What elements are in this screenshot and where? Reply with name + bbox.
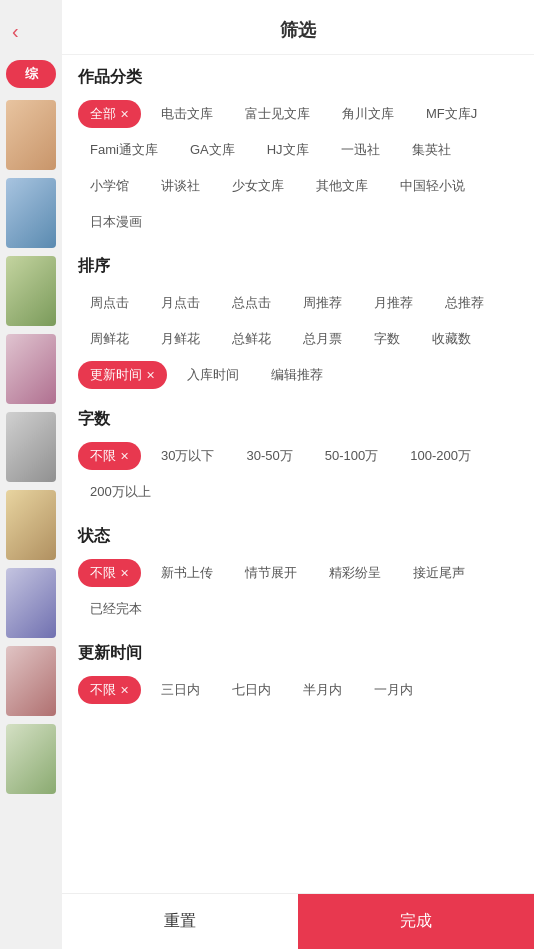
tag-updatetime-2[interactable]: 七日内: [220, 676, 283, 704]
wordcount-section: 字数 不限 ✕ 30万以下 30-50万 50-100万 100-200万 20…: [78, 409, 518, 506]
tag-category-0[interactable]: 全部 ✕: [78, 100, 141, 128]
tag-status-1[interactable]: 新书上传: [149, 559, 225, 587]
tag-wordcount-5[interactable]: 200万以上: [78, 478, 163, 506]
tag-category-13[interactable]: 其他文库: [304, 172, 380, 200]
tag-sort-12[interactable]: 更新时间 ✕: [78, 361, 167, 389]
tag-sort-10[interactable]: 字数: [362, 325, 412, 353]
tag-status-3[interactable]: 精彩纷呈: [317, 559, 393, 587]
category-tags: 全部 ✕ 电击文库 富士见文库 角川文库 MF文库J Fami通文库 GA文库 …: [78, 100, 518, 236]
tag-status-4[interactable]: 接近尾声: [401, 559, 477, 587]
tag-category-6[interactable]: GA文库: [178, 136, 247, 164]
tag-updatetime-3[interactable]: 半月内: [291, 676, 354, 704]
sidebar-book-2[interactable]: [6, 178, 56, 248]
tag-wordcount-3[interactable]: 50-100万: [313, 442, 390, 470]
page-title: 筛选: [280, 20, 316, 40]
tag-updatetime-4[interactable]: 一月内: [362, 676, 425, 704]
tag-updatetime-1[interactable]: 三日内: [149, 676, 212, 704]
tag-status-0[interactable]: 不限 ✕: [78, 559, 141, 587]
tag-sort-8[interactable]: 总鲜花: [220, 325, 283, 353]
tag-sort-4[interactable]: 月推荐: [362, 289, 425, 317]
tag-sort-7[interactable]: 月鲜花: [149, 325, 212, 353]
tag-category-9[interactable]: 集英社: [400, 136, 463, 164]
sidebar-content: 综: [0, 0, 62, 794]
tag-wordcount-2[interactable]: 30-50万: [234, 442, 304, 470]
tag-sort-2[interactable]: 总点击: [220, 289, 283, 317]
filter-header: 筛选: [62, 0, 534, 55]
sidebar-book-3[interactable]: [6, 256, 56, 326]
tag-category-12[interactable]: 少女文库: [220, 172, 296, 200]
tag-category-2[interactable]: 富士见文库: [233, 100, 322, 128]
sidebar: 综: [0, 0, 62, 949]
tag-wordcount-4[interactable]: 100-200万: [398, 442, 483, 470]
tag-wordcount-1[interactable]: 30万以下: [149, 442, 226, 470]
tag-sort-0[interactable]: 周点击: [78, 289, 141, 317]
main-panel: 筛选 作品分类 全部 ✕ 电击文库 富士见文库 角川文库 MF文库J Fami通…: [62, 0, 534, 949]
wordcount-tags: 不限 ✕ 30万以下 30-50万 50-100万 100-200万 200万以…: [78, 442, 518, 506]
filter-content: 作品分类 全部 ✕ 电击文库 富士见文库 角川文库 MF文库J Fami通文库 …: [62, 55, 534, 893]
tag-category-15[interactable]: 日本漫画: [78, 208, 154, 236]
status-section: 状态 不限 ✕ 新书上传 情节展开 精彩纷呈 接近尾声 已经完本: [78, 526, 518, 623]
tag-sort-5[interactable]: 总推荐: [433, 289, 496, 317]
tag-category-7[interactable]: HJ文库: [255, 136, 321, 164]
tag-category-3[interactable]: 角川文库: [330, 100, 406, 128]
tag-category-11[interactable]: 讲谈社: [149, 172, 212, 200]
tag-status-5[interactable]: 已经完本: [78, 595, 154, 623]
tag-wordcount-0[interactable]: 不限 ✕: [78, 442, 141, 470]
updatetime-tags: 不限 ✕ 三日内 七日内 半月内 一月内: [78, 676, 518, 704]
sidebar-book-7[interactable]: [6, 568, 56, 638]
sidebar-active-tab[interactable]: 综: [6, 60, 56, 88]
tag-category-8[interactable]: 一迅社: [329, 136, 392, 164]
tag-sort-1[interactable]: 月点击: [149, 289, 212, 317]
updatetime-title: 更新时间: [78, 643, 518, 664]
updatetime-section: 更新时间 不限 ✕ 三日内 七日内 半月内 一月内: [78, 643, 518, 704]
tag-sort-6[interactable]: 周鲜花: [78, 325, 141, 353]
sort-section: 排序 周点击 月点击 总点击 周推荐 月推荐 总推荐 周鲜花 月鲜花 总鲜花 总…: [78, 256, 518, 389]
sidebar-book-9[interactable]: [6, 724, 56, 794]
tag-category-5[interactable]: Fami通文库: [78, 136, 170, 164]
sidebar-book-6[interactable]: [6, 490, 56, 560]
tag-sort-9[interactable]: 总月票: [291, 325, 354, 353]
tag-updatetime-0[interactable]: 不限 ✕: [78, 676, 141, 704]
status-title: 状态: [78, 526, 518, 547]
reset-button[interactable]: 重置: [62, 894, 298, 949]
category-section: 作品分类 全部 ✕ 电击文库 富士见文库 角川文库 MF文库J Fami通文库 …: [78, 67, 518, 236]
back-button[interactable]: ‹: [12, 20, 19, 43]
category-title: 作品分类: [78, 67, 518, 88]
tag-category-1[interactable]: 电击文库: [149, 100, 225, 128]
tag-category-4[interactable]: MF文库J: [414, 100, 489, 128]
footer: 重置 完成: [62, 893, 534, 949]
confirm-button[interactable]: 完成: [298, 894, 534, 949]
sidebar-book-5[interactable]: [6, 412, 56, 482]
sidebar-book-8[interactable]: [6, 646, 56, 716]
sort-tags: 周点击 月点击 总点击 周推荐 月推荐 总推荐 周鲜花 月鲜花 总鲜花 总月票 …: [78, 289, 518, 389]
tag-sort-3[interactable]: 周推荐: [291, 289, 354, 317]
sort-title: 排序: [78, 256, 518, 277]
sidebar-book-4[interactable]: [6, 334, 56, 404]
status-tags: 不限 ✕ 新书上传 情节展开 精彩纷呈 接近尾声 已经完本: [78, 559, 518, 623]
tag-category-14[interactable]: 中国轻小说: [388, 172, 477, 200]
tag-sort-13[interactable]: 入库时间: [175, 361, 251, 389]
sidebar-book-1[interactable]: [6, 100, 56, 170]
tag-status-2[interactable]: 情节展开: [233, 559, 309, 587]
tag-sort-11[interactable]: 收藏数: [420, 325, 483, 353]
tag-sort-14[interactable]: 编辑推荐: [259, 361, 335, 389]
tag-category-10[interactable]: 小学馆: [78, 172, 141, 200]
wordcount-title: 字数: [78, 409, 518, 430]
